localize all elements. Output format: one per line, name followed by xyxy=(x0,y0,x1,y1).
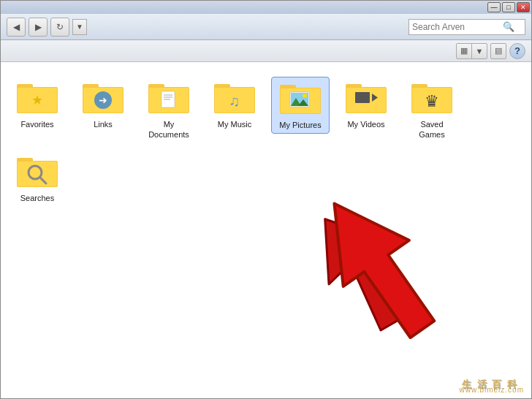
folder-label-my-music: My Music xyxy=(218,119,251,129)
address-dropdown[interactable]: ▼ xyxy=(72,19,87,35)
content-area: ★ Favorites ➜ Links xyxy=(1,62,531,398)
watermark-text: 生 活 百 科 xyxy=(462,378,518,391)
folder-item-saved-games[interactable]: ♛ SavedGames xyxy=(403,77,461,143)
folder-label-my-pictures: My Pictures xyxy=(279,120,321,130)
folder-item-my-pictures[interactable]: My Pictures xyxy=(271,77,330,134)
folder-icon-favorites: ★ xyxy=(17,80,58,116)
title-bar: — □ ✕ xyxy=(1,1,531,14)
window-frame: — □ ✕ ◀ ▶ ↻ ▼ 🔍 ▦ ▼ ▤ ? xyxy=(0,0,532,399)
folder-item-links[interactable]: ➜ Links xyxy=(74,77,132,132)
folder-label-links: Links xyxy=(94,119,113,129)
folder-item-my-music[interactable]: ♫ My Music xyxy=(205,77,264,132)
folder-icon-my-documents xyxy=(148,80,189,116)
folder-icon-my-videos xyxy=(346,80,387,116)
svg-text:♫: ♫ xyxy=(229,93,240,109)
search-box: 🔍 xyxy=(408,19,525,35)
toolbar: ◀ ▶ ↻ ▼ 🔍 xyxy=(1,14,531,40)
watermark-block: 生 活 百 科 www.bimeiz.com xyxy=(460,386,524,394)
address-bar-area: ▼ xyxy=(72,19,406,35)
back-button[interactable]: ◀ xyxy=(7,18,26,37)
refresh-button[interactable]: ↻ xyxy=(50,18,69,37)
view-btn-group: ▦ ▼ xyxy=(457,43,487,59)
folder-icon-my-pictures xyxy=(280,80,321,117)
folder-label-favorites: Favorites xyxy=(20,119,53,129)
maximize-button[interactable]: □ xyxy=(502,2,515,12)
folder-label-searches: Searches xyxy=(20,193,54,203)
folder-item-favorites[interactable]: ★ Favorites xyxy=(8,77,66,132)
folder-grid: ★ Favorites ➜ Links xyxy=(1,62,531,221)
folder-icon-my-music: ♫ xyxy=(214,80,255,116)
view-dropdown-button[interactable]: ▼ xyxy=(471,43,487,59)
folder-icon-saved-games: ♛ xyxy=(411,80,452,116)
svg-text:➜: ➜ xyxy=(99,94,107,106)
folder-icon-searches xyxy=(17,153,58,190)
folder-item-my-videos[interactable]: My Videos xyxy=(337,77,395,132)
folder-label-my-documents: MyDocuments xyxy=(148,119,189,140)
forward-button[interactable]: ▶ xyxy=(28,18,48,37)
svg-text:★: ★ xyxy=(31,93,43,107)
minimize-button[interactable]: — xyxy=(487,2,501,12)
toolbar2: ▦ ▼ ▤ ? xyxy=(1,40,531,62)
folder-item-my-documents[interactable]: MyDocuments xyxy=(140,77,198,143)
view-icons-button[interactable]: ▦ xyxy=(456,43,472,59)
svg-rect-31 xyxy=(355,92,370,103)
folder-icon-links: ➜ xyxy=(83,80,123,116)
search-input[interactable] xyxy=(412,22,500,32)
svg-point-27 xyxy=(303,94,307,98)
pane-button[interactable]: ▤ xyxy=(490,43,506,59)
folder-item-searches[interactable]: Searches xyxy=(8,151,66,206)
title-bar-buttons: — □ ✕ xyxy=(487,2,530,12)
search-icon[interactable]: 🔍 xyxy=(503,21,514,32)
folder-label-saved-games: SavedGames xyxy=(419,119,444,140)
folder-label-my-videos: My Videos xyxy=(347,119,384,129)
close-button[interactable]: ✕ xyxy=(517,2,530,12)
help-button[interactable]: ? xyxy=(509,43,525,59)
svg-text:♛: ♛ xyxy=(425,92,439,110)
